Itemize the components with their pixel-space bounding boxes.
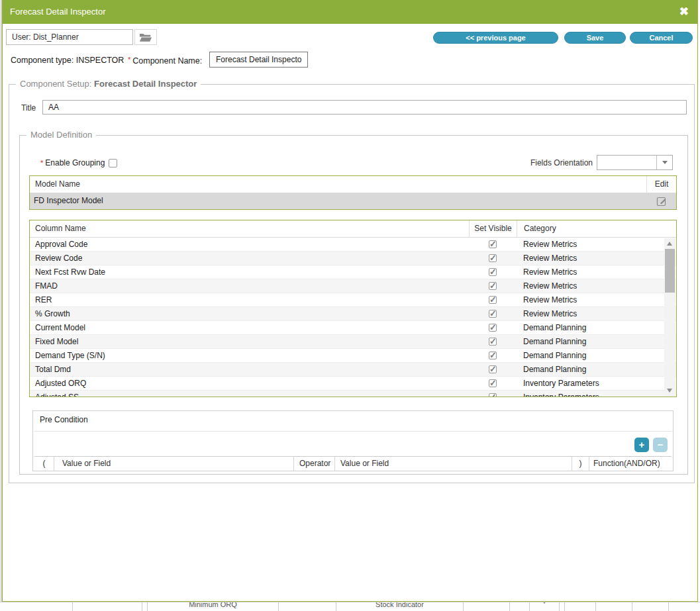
component-name-label: *Component Name: [128, 56, 202, 66]
set-visible-cell: ✓ [469, 349, 517, 362]
category-cell: Review Metrics [517, 238, 676, 251]
background-cell [464, 602, 510, 611]
table-row[interactable]: Next Fcst Rvw Date✓Review Metrics [30, 265, 676, 279]
set-visible-checkbox[interactable]: ✓ [489, 268, 497, 276]
set-visible-checkbox[interactable]: ✓ [489, 282, 497, 290]
enable-grouping-row: * Enable Grouping [40, 158, 117, 167]
set-visible-cell: ✓ [469, 363, 517, 376]
cancel-button[interactable]: Cancel [630, 32, 693, 44]
open-folder-icon [139, 32, 152, 42]
enable-grouping-checkbox[interactable] [109, 159, 117, 167]
category-cell: Review Metrics [517, 307, 676, 320]
set-visible-checkbox[interactable]: ✓ [489, 254, 497, 262]
set-visible-cell: ✓ [469, 321, 517, 334]
set-visible-checkbox[interactable]: ✓ [489, 393, 497, 397]
table-row[interactable]: RER✓Review Metrics [30, 293, 676, 307]
column-name-cell: RER [30, 293, 469, 306]
fields-orientation-dropdown[interactable] [597, 155, 673, 170]
table-row[interactable]: % Growth✓Review Metrics [30, 307, 676, 321]
table-row[interactable]: FMAD✓Review Metrics [30, 279, 676, 293]
set-visible-cell: ✓ [469, 265, 517, 279]
scroll-down-icon[interactable] [667, 389, 672, 393]
set-visible-cell: ✓ [469, 279, 517, 293]
background-cell: Stock Indicator [336, 602, 464, 611]
set-visible-checkbox[interactable]: ✓ [489, 324, 497, 332]
background-cell [632, 602, 669, 611]
background-cell [560, 602, 565, 611]
model-table-header: Model Name Edit [30, 176, 676, 193]
scroll-up-icon[interactable] [667, 242, 672, 246]
add-condition-button[interactable]: + [634, 438, 649, 452]
set-visible-checkbox[interactable]: ✓ [489, 352, 497, 359]
set-visible-checkbox[interactable]: ✓ [489, 240, 497, 248]
column-name-cell: Review Code [30, 252, 469, 265]
column-name-cell: FMAD [30, 279, 469, 293]
set-visible-cell: ✓ [469, 377, 517, 390]
model-table-row[interactable]: FD Inspector Model [30, 193, 676, 209]
model-definition-legend: Model Definition [26, 130, 96, 140]
operator-header: Operator [294, 457, 335, 471]
remove-condition-button[interactable]: − [653, 438, 668, 452]
column-name-cell: Total Dmd [30, 363, 469, 376]
background-cell [565, 602, 596, 611]
title-input[interactable]: AA [42, 100, 687, 115]
component-name-field[interactable]: Forecast Detail Inspecto [209, 52, 308, 68]
set-visible-cell: ✓ [469, 335, 517, 348]
table-row[interactable]: Approval Code✓Review Metrics [30, 238, 676, 252]
table-row[interactable]: Current Model✓Demand Planning [30, 321, 676, 335]
table-row[interactable]: Adjusted ORQ✓Inventory Parameters [30, 377, 676, 391]
background-cell [596, 602, 632, 611]
model-name-cell: FD Inspector Model [30, 193, 646, 209]
column-name-cell: Adjusted ORQ [30, 377, 469, 390]
forecast-detail-inspector-dialog: Forecast Detail Inspector ✖ User: Dist_P… [2, 0, 698, 602]
category-cell: Demand Planning [517, 349, 676, 362]
close-paren-header: ) [572, 457, 589, 471]
table-row[interactable]: Adjusted SS✓Inventory Parameters [30, 391, 676, 397]
dropdown-caret-icon [542, 602, 547, 604]
fields-orientation-value [597, 156, 656, 169]
pre-condition-panel: Pre Condition + − ( Value or Field Opera… [32, 410, 674, 471]
category-cell: Review Metrics [517, 252, 676, 265]
title-label: Title [21, 103, 36, 113]
table-row[interactable]: Review Code✓Review Metrics [30, 252, 676, 265]
set-visible-cell: ✓ [469, 391, 517, 397]
edit-row-button[interactable] [646, 193, 676, 209]
model-table: Model Name Edit FD Inspector Model [29, 175, 677, 210]
category-cell: Review Metrics [517, 293, 676, 306]
table-row[interactable]: Demand Type (S/N)✓Demand Planning [30, 349, 676, 363]
category-header: Category [517, 220, 676, 237]
user-browse-button[interactable] [134, 29, 157, 45]
close-icon[interactable]: ✖ [679, 5, 689, 19]
user-field[interactable]: User: Dist_Planner [6, 29, 133, 45]
set-visible-checkbox[interactable]: ✓ [489, 379, 497, 387]
function-andor-header: Function(AND/OR) [589, 457, 672, 471]
column-name-cell: Adjusted SS [30, 391, 469, 397]
set-visible-checkbox[interactable]: ✓ [489, 310, 497, 318]
set-visible-checkbox[interactable]: ✓ [489, 365, 497, 373]
category-cell: Review Metrics [517, 265, 676, 279]
scrollbar[interactable] [664, 238, 675, 396]
set-visible-checkbox[interactable]: ✓ [489, 338, 497, 346]
background-column-label: Minimum ORQ [189, 602, 237, 608]
pre-condition-toolbar: + − [34, 431, 672, 457]
background-cell [669, 602, 700, 611]
table-row[interactable]: Fixed Model✓Demand Planning [30, 335, 676, 349]
set-visible-cell: ✓ [469, 307, 517, 320]
dropdown-arrow-button[interactable] [656, 156, 672, 169]
required-asterisk: * [40, 159, 43, 167]
previous-page-button[interactable]: << previous page [433, 32, 558, 44]
column-name-cell: % Growth [30, 307, 469, 320]
fields-orientation-label: Fields Orientation [529, 158, 593, 167]
category-cell: Demand Planning [517, 335, 676, 348]
background-cell [279, 602, 336, 611]
category-cell: Demand Planning [517, 321, 676, 334]
column-name-cell: Next Fcst Rvw Date [30, 265, 469, 279]
table-row[interactable]: Total Dmd✓Demand Planning [30, 363, 676, 377]
set-visible-header: Set Visible [469, 220, 517, 237]
dialog-header: Forecast Detail Inspector ✖ [3, 0, 697, 24]
scrollbar-thumb[interactable] [665, 249, 675, 293]
set-visible-checkbox[interactable]: ✓ [489, 296, 497, 304]
set-visible-cell: ✓ [469, 238, 517, 251]
category-cell: Demand Planning [517, 363, 676, 376]
save-button[interactable]: Save [564, 32, 626, 44]
